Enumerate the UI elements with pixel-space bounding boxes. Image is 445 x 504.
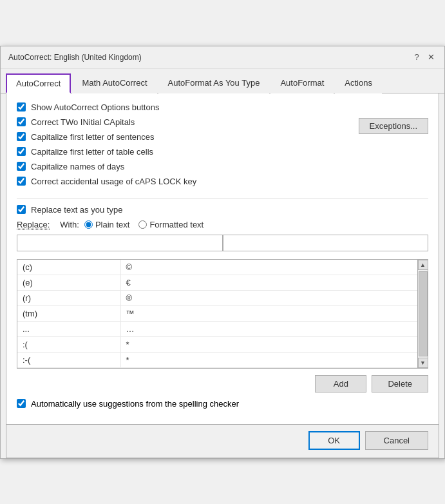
add-button[interactable]: Add bbox=[315, 375, 366, 393]
replace-header: Replace: With: Plain text Formatted text bbox=[17, 220, 428, 229]
tab-actions[interactable]: Actions bbox=[335, 73, 382, 93]
checkbox-show-options: Show AutoCorrect Options buttons bbox=[17, 102, 359, 112]
table-row[interactable]: :-( * bbox=[17, 352, 428, 367]
table-cell-to: * bbox=[120, 336, 428, 352]
help-button[interactable]: ? bbox=[411, 52, 422, 63]
scrollbar: ▲ ▼ bbox=[417, 260, 428, 368]
table-cell-from: (e) bbox=[17, 275, 120, 290]
dialog-footer: OK Cancel bbox=[6, 425, 439, 458]
scroll-up-arrow[interactable]: ▲ bbox=[418, 260, 428, 270]
formatted-text-radio[interactable] bbox=[138, 220, 147, 229]
action-buttons: Add Delete bbox=[17, 375, 428, 393]
checkboxes-section: Show AutoCorrect Options buttons Correct… bbox=[17, 102, 359, 191]
tab-autoformat[interactable]: AutoFormat bbox=[270, 73, 334, 93]
with-input[interactable] bbox=[223, 235, 429, 251]
checkbox-capitalize-sentences-input[interactable] bbox=[17, 132, 26, 141]
tab-bar: AutoCorrect Math AutoCorrect AutoFormat … bbox=[1, 69, 444, 93]
table-row[interactable]: (r)® bbox=[17, 290, 428, 305]
table-row[interactable]: ...… bbox=[17, 321, 428, 336]
tab-autocorrect[interactable]: AutoCorrect bbox=[6, 73, 71, 93]
replace-label: Replace: bbox=[17, 220, 50, 229]
with-label: With: bbox=[60, 220, 79, 229]
checkbox-correct-two-input[interactable] bbox=[17, 117, 26, 126]
exceptions-button[interactable]: Exceptions... bbox=[359, 118, 428, 134]
replace-input[interactable] bbox=[17, 235, 223, 251]
autocorrect-table-wrapper: (c)©(e)€(r)®(tm)™...…:(*:-( * ▲ ▼ bbox=[17, 259, 428, 369]
table-row[interactable]: :(* bbox=[17, 336, 428, 352]
table-cell-from: (r) bbox=[17, 290, 120, 305]
table-cell-from: (c) bbox=[17, 260, 120, 275]
table-cell-to: © bbox=[120, 260, 428, 275]
checkbox-capitalize-days-input[interactable] bbox=[17, 162, 26, 171]
cancel-button[interactable]: Cancel bbox=[365, 431, 428, 450]
checkbox-show-options-input[interactable] bbox=[17, 102, 26, 111]
checkbox-capitalize-table-label[interactable]: Capitalize first letter of table cells bbox=[31, 147, 153, 157]
checkbox-capitalize-days: Capitalize names of days bbox=[17, 162, 359, 171]
dialog-title: AutoCorrect: English (United Kingdom) bbox=[8, 53, 142, 62]
checkbox-capitalize-table-input[interactable] bbox=[17, 147, 26, 156]
tab-math-autocorrect[interactable]: Math AutoCorrect bbox=[72, 73, 156, 93]
autocorrect-table: (c)©(e)€(r)®(tm)™...…:(*:-( * bbox=[17, 260, 428, 368]
delete-button[interactable]: Delete bbox=[372, 375, 428, 393]
title-buttons: ? ✕ bbox=[411, 52, 437, 63]
checkbox-caps-lock: Correct accidental usage of cAPS LOCK ke… bbox=[17, 177, 359, 186]
plain-text-option[interactable]: Plain text bbox=[84, 220, 129, 229]
divider-1 bbox=[17, 198, 428, 199]
checkbox-caps-lock-label[interactable]: Correct accidental usage of cAPS LOCK ke… bbox=[31, 177, 196, 186]
checkbox-replace-text-input[interactable] bbox=[17, 205, 26, 214]
table-cell-from: (tm) bbox=[17, 305, 120, 321]
scroll-down-arrow[interactable]: ▼ bbox=[418, 358, 428, 368]
table-cell-to: € bbox=[120, 275, 428, 290]
auto-suggestions-input[interactable] bbox=[17, 399, 26, 408]
checkbox-correct-two-label[interactable]: Correct TWo INitial CApitals bbox=[31, 117, 135, 127]
table-cell-to: * bbox=[120, 352, 428, 367]
table-row[interactable]: (c)© bbox=[17, 260, 428, 275]
checkbox-show-options-label[interactable]: Show AutoCorrect Options buttons bbox=[31, 102, 159, 112]
replace-inputs bbox=[17, 235, 428, 251]
table-cell-to: ® bbox=[120, 290, 428, 305]
checkbox-capitalize-table: Capitalize first letter of table cells bbox=[17, 147, 359, 157]
close-button[interactable]: ✕ bbox=[425, 52, 437, 63]
table-row[interactable]: (tm)™ bbox=[17, 305, 428, 321]
checkbox-capitalize-sentences: Capitalize first letter of sentences bbox=[17, 132, 359, 142]
checkbox-capitalize-sentences-label[interactable]: Capitalize first letter of sentences bbox=[31, 132, 154, 142]
table-cell-from: :( bbox=[17, 336, 120, 352]
table-cell-to: … bbox=[120, 321, 428, 336]
auto-suggestions-label[interactable]: Automatically use suggestions from the s… bbox=[31, 399, 239, 409]
auto-suggestions-checkbox: Automatically use suggestions from the s… bbox=[17, 399, 428, 409]
checkbox-replace-text-label[interactable]: Replace text as you type bbox=[31, 205, 122, 215]
replace-section: Replace text as you type Replace: With: … bbox=[17, 205, 428, 409]
scroll-thumb[interactable] bbox=[419, 271, 428, 356]
section-header: Show AutoCorrect Options buttons Correct… bbox=[17, 102, 428, 191]
dialog: AutoCorrect: English (United Kingdom) ? … bbox=[0, 46, 445, 459]
checkbox-capitalize-days-label[interactable]: Capitalize names of days bbox=[31, 162, 124, 171]
table-cell-from: ... bbox=[17, 321, 120, 336]
checkbox-correct-two: Correct TWo INitial CApitals bbox=[17, 117, 359, 127]
table-cell-to: ™ bbox=[120, 305, 428, 321]
radio-group: Plain text Formatted text bbox=[84, 220, 204, 229]
with-section: With: Plain text Formatted text bbox=[60, 220, 204, 229]
table-row[interactable]: (e)€ bbox=[17, 275, 428, 290]
formatted-text-option[interactable]: Formatted text bbox=[138, 220, 204, 229]
plain-text-radio[interactable] bbox=[84, 220, 93, 229]
title-bar: AutoCorrect: English (United Kingdom) ? … bbox=[1, 46, 444, 69]
tab-autoformat-as-you-type[interactable]: AutoFormat As You Type bbox=[158, 73, 270, 93]
checkbox-replace-text: Replace text as you type bbox=[17, 205, 428, 215]
table-cell-from: :-( bbox=[17, 352, 120, 367]
ok-button[interactable]: OK bbox=[308, 431, 360, 450]
checkbox-caps-lock-input[interactable] bbox=[17, 177, 26, 186]
tab-content: Show AutoCorrect Options buttons Correct… bbox=[6, 93, 439, 425]
